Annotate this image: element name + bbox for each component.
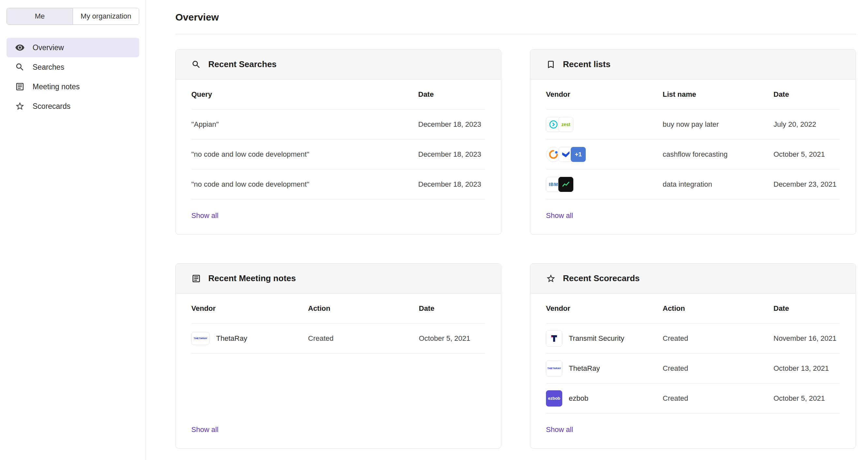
table-row[interactable]: Transmit Security Created November 16, 2… <box>546 324 840 354</box>
vendor-logo: ezbob <box>546 390 562 406</box>
query-cell: "no code and low code development" <box>191 180 418 189</box>
vendor-logo <box>558 177 574 192</box>
recent-searches-card: Recent Searches Query Date "Appian" Dece… <box>175 49 501 235</box>
table-row[interactable]: zest buy now pay later July 20, 2022 <box>546 109 840 139</box>
show-all-container: Show all <box>530 415 856 448</box>
recent-lists-card: Recent lists Vendor List name Date zest … <box>530 49 856 235</box>
table-row[interactable]: "no code and low code development" Decem… <box>191 169 485 199</box>
sidebar-item-label: Scorecards <box>33 102 70 111</box>
main-content: Overview Recent Searches Query Date "App… <box>146 0 868 460</box>
cards-grid: Recent Searches Query Date "Appian" Dece… <box>175 49 856 449</box>
table-row[interactable]: +1 cashflow forecasting October 5, 2021 <box>546 139 840 169</box>
page-title: Overview <box>175 10 856 25</box>
recent-lists-table: Vendor List name Date zest buy now pay l… <box>530 79 856 199</box>
query-cell: "no code and low code development" <box>191 150 418 159</box>
column-header-action: Action <box>308 304 419 313</box>
search-icon <box>15 62 25 72</box>
sidebar-item-label: Meeting notes <box>33 83 80 91</box>
note-icon <box>191 274 201 284</box>
column-header-vendor: Vendor <box>546 90 663 99</box>
eye-icon <box>15 43 25 53</box>
date-cell: December 18, 2023 <box>418 180 485 189</box>
table-row[interactable]: ezbob ezbob Created October 5, 2021 <box>546 384 840 414</box>
star-icon <box>546 274 556 284</box>
sidebar-item-meeting-notes[interactable]: Meeting notes <box>6 77 139 96</box>
query-cell: "Appian" <box>191 120 418 129</box>
column-header-query: Query <box>191 90 418 99</box>
date-cell: December 18, 2023 <box>418 120 485 129</box>
vendor-name: Transmit Security <box>569 334 624 343</box>
date-cell: December 18, 2023 <box>418 150 485 159</box>
sidebar-item-overview[interactable]: Overview <box>6 38 139 57</box>
show-all-link[interactable]: Show all <box>546 425 573 434</box>
vendor-logos: +1 <box>546 147 663 162</box>
action-cell: Created <box>663 364 773 373</box>
show-all-container: Show all <box>176 201 501 234</box>
vendor-logos: IBM <box>546 177 663 192</box>
bookmark-icon <box>546 60 556 69</box>
table-row[interactable]: IBM data integration December 23, 2021 <box>546 169 840 199</box>
show-all-container: Show all <box>176 415 501 448</box>
date-cell: July 20, 2022 <box>773 120 840 129</box>
note-icon <box>15 82 25 92</box>
scope-me-button[interactable]: Me <box>7 8 73 25</box>
date-cell: October 5, 2021 <box>773 394 840 403</box>
vendor-logo: THETARAY <box>191 332 210 345</box>
column-header-action: Action <box>663 304 773 313</box>
page-divider <box>175 34 856 34</box>
table-header-row: Query Date <box>191 79 485 109</box>
table-row[interactable]: "no code and low code development" Decem… <box>191 139 485 169</box>
vendor-logo <box>546 330 562 347</box>
column-header-vendor: Vendor <box>191 304 308 313</box>
scope-toggle: Me My organization <box>6 8 139 25</box>
show-all-link[interactable]: Show all <box>546 211 573 220</box>
recent-meeting-notes-card: Recent Meeting notes Vendor Action Date … <box>175 263 501 449</box>
column-header-date: Date <box>418 90 485 99</box>
column-header-list-name: List name <box>663 90 773 99</box>
vendor-cell: THETARAY ThetaRay <box>191 332 308 345</box>
date-cell: October 13, 2021 <box>773 364 840 373</box>
scope-organization-button[interactable]: My organization <box>73 8 139 25</box>
sidebar-nav: Overview Searches Meeting notes Scorecar… <box>6 38 139 116</box>
sidebar-item-label: Searches <box>33 63 64 72</box>
list-name-cell: buy now pay later <box>663 120 773 129</box>
show-all-link[interactable]: Show all <box>191 211 218 220</box>
vendor-cell: THETARAY ThetaRay <box>546 360 663 376</box>
vendor-logo: zest <box>558 117 574 132</box>
card-title: Recent Meeting notes <box>208 273 296 284</box>
column-header-date: Date <box>773 304 840 313</box>
vendor-cell: ezbob ezbob <box>546 390 663 406</box>
recent-scorecards-card: Recent Scorecards Vendor Action Date Tra… <box>530 263 856 449</box>
show-all-link[interactable]: Show all <box>191 425 218 434</box>
vendor-logos: zest <box>546 117 663 132</box>
vendor-name: ezbob <box>569 394 588 403</box>
recent-searches-table: Query Date "Appian" December 18, 2023 "n… <box>176 79 501 199</box>
recent-scorecards-table: Vendor Action Date Transmit Security Cre… <box>530 294 856 414</box>
card-header: Recent lists <box>530 50 856 79</box>
card-header: Recent Searches <box>176 50 501 79</box>
table-header-row: Vendor Action Date <box>191 294 485 324</box>
card-title: Recent Searches <box>208 59 277 69</box>
table-row[interactable]: "Appian" December 18, 2023 <box>191 109 485 139</box>
card-header: Recent Scorecards <box>530 264 856 294</box>
date-cell: November 16, 2021 <box>773 334 840 343</box>
column-header-date: Date <box>773 90 840 99</box>
plus-one-badge: +1 <box>571 147 586 162</box>
action-cell: Created <box>663 394 773 403</box>
recent-meeting-notes-table: Vendor Action Date THETARAY ThetaRay Cre… <box>176 294 501 354</box>
list-name-cell: data integration <box>663 180 773 189</box>
action-cell: Created <box>308 334 419 343</box>
show-all-container: Show all <box>530 201 856 234</box>
vendor-cell: Transmit Security <box>546 330 663 347</box>
table-header-row: Vendor List name Date <box>546 79 840 109</box>
sidebar-item-searches[interactable]: Searches <box>6 57 139 77</box>
table-header-row: Vendor Action Date <box>546 294 840 324</box>
table-row[interactable]: THETARAY ThetaRay Created October 13, 20… <box>546 354 840 384</box>
sidebar-item-scorecards[interactable]: Scorecards <box>6 96 139 116</box>
vendor-name: ThetaRay <box>569 364 600 373</box>
vendor-name: ThetaRay <box>216 334 247 343</box>
list-name-cell: cashflow forecasting <box>663 150 773 159</box>
table-row[interactable]: THETARAY ThetaRay Created October 5, 202… <box>191 324 485 354</box>
card-title: Recent lists <box>563 59 611 69</box>
vendor-logo: THETARAY <box>546 360 562 376</box>
